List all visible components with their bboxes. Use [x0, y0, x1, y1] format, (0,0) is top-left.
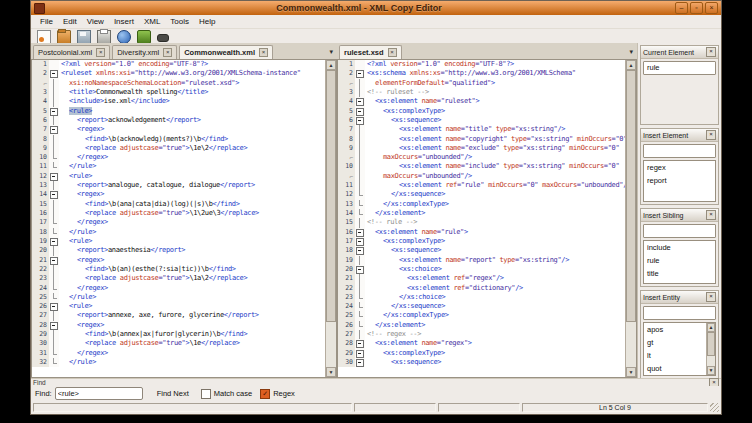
code-text[interactable]: maxOccurs="unbounded"/>	[365, 153, 625, 162]
code-text[interactable]: <!-- regex -->	[365, 330, 625, 339]
code-text[interactable]: maxOccurs="unbounded"/>	[365, 172, 625, 181]
menu-view[interactable]: View	[82, 17, 109, 26]
code-text[interactable]: <regex>	[59, 125, 325, 134]
code-text[interactable]: <report>acknowledgement</report>	[59, 116, 325, 125]
match-case-option[interactable]: Match case	[201, 389, 252, 399]
tab-close-icon[interactable]: ×	[259, 48, 268, 57]
fold-toggle-icon[interactable]	[355, 339, 365, 348]
fold-toggle-icon[interactable]	[355, 237, 365, 246]
print-icon[interactable]	[97, 30, 111, 44]
code-text[interactable]: <rule>	[59, 172, 325, 181]
tab-close-icon[interactable]: ×	[96, 48, 105, 57]
code-text[interactable]: <xs:choice>	[365, 265, 625, 274]
minimize-button[interactable]: –	[675, 2, 688, 14]
open-folder-icon[interactable]	[57, 30, 71, 44]
fold-toggle-icon[interactable]	[49, 302, 59, 311]
fold-toggle-icon[interactable]	[49, 321, 59, 330]
code-text[interactable]: </rule>	[59, 162, 325, 171]
scroll-thumb[interactable]	[626, 70, 636, 322]
code-text[interactable]: <regex>	[59, 256, 325, 265]
panel-close-icon[interactable]: ×	[706, 292, 716, 302]
code-text[interactable]: </xs:element>	[365, 321, 625, 330]
menu-xml[interactable]: XML	[139, 17, 165, 26]
menu-insert[interactable]: Insert	[109, 17, 139, 26]
code-text[interactable]: <regex>	[59, 321, 325, 330]
left-editor-scrollbar[interactable]: ▲ ▼	[325, 60, 336, 377]
code-text[interactable]: <xs:complexType>	[365, 107, 625, 116]
xsd-editor-text[interactable]: 1<?xml version="1.0" encoding="UTF-8"?>2…	[338, 60, 625, 377]
fold-toggle-icon[interactable]	[355, 228, 365, 237]
code-text[interactable]: <xs:element name="regex">	[365, 339, 625, 348]
save-icon[interactable]	[77, 30, 91, 44]
menu-edit[interactable]: Edit	[58, 17, 82, 26]
code-text[interactable]: </regex>	[59, 349, 325, 358]
code-text[interactable]: <find>\b(ana|cata|dia)(log)(|s)\b</find>	[59, 200, 325, 209]
list-item[interactable]: rule	[644, 254, 715, 267]
code-text[interactable]: elementFormDefault="qualified">	[365, 79, 625, 88]
tab-diversity.xml[interactable]: Diversity.xml×	[112, 45, 177, 59]
code-text[interactable]: <xs:element name="rule">	[365, 228, 625, 237]
list-item[interactable]: quot	[644, 362, 715, 375]
code-text[interactable]: xsi:noNamespaceSchemaLocation="ruleset.x…	[59, 79, 325, 88]
scroll-down-icon[interactable]: ▼	[626, 367, 636, 377]
resize-grip[interactable]	[710, 403, 719, 412]
fold-toggle-icon[interactable]	[49, 256, 59, 265]
code-text[interactable]: <xs:element ref="rule" minOccurs="0" max…	[365, 181, 625, 190]
fold-toggle-icon[interactable]	[49, 237, 59, 246]
scroll-down-icon[interactable]: ▼	[326, 367, 336, 377]
scroll-down-icon[interactable]: ▼	[707, 366, 715, 375]
panel-close-icon[interactable]: ×	[706, 130, 716, 140]
code-text[interactable]: <report>analogue, catalogue, dialogue</r…	[59, 181, 325, 190]
fold-toggle-icon[interactable]	[355, 246, 365, 255]
code-text[interactable]: <xs:element name="exclude" type="xs:stri…	[365, 144, 625, 153]
menu-help[interactable]: Help	[194, 17, 220, 26]
right-editor-scrollbar[interactable]: ▲ ▼	[625, 60, 636, 377]
list-item[interactable]: title	[644, 267, 715, 280]
tab-list-dropdown-icon[interactable]: ▾	[329, 48, 333, 56]
code-text[interactable]: </rule>	[59, 293, 325, 302]
code-text[interactable]: <!-- ruleset -->	[365, 88, 625, 97]
code-text[interactable]: <replace adjustcase="true">\1\2ue\3</rep…	[59, 209, 325, 218]
fold-toggle-icon[interactable]	[49, 107, 59, 116]
scroll-thumb[interactable]	[326, 70, 336, 322]
find-next-button[interactable]: Find Next	[157, 389, 189, 398]
tab-list-dropdown-icon[interactable]: ▾	[629, 48, 633, 56]
tab-postcolonial.xml[interactable]: Postcolonial.xml×	[33, 45, 110, 59]
fold-toggle-icon[interactable]	[49, 190, 59, 199]
list-item[interactable]: regex	[644, 161, 715, 174]
xml-editor-text[interactable]: 1<?xml version="1.0" encoding="UTF-8"?>2…	[32, 60, 325, 377]
regex-checkbox[interactable]: ✓	[260, 389, 270, 399]
code-text[interactable]: </regex>	[59, 153, 325, 162]
code-text[interactable]: <xs:complexType>	[365, 237, 625, 246]
insert-entity-input[interactable]	[643, 306, 716, 320]
list-scrollbar[interactable]: ▲▼	[706, 323, 715, 375]
list-item[interactable]: include	[644, 241, 715, 254]
fold-toggle-icon[interactable]	[49, 172, 59, 181]
menu-tools[interactable]: Tools	[165, 17, 194, 26]
code-text[interactable]: <xs:element name="copyright" type="xs:st…	[365, 135, 625, 144]
maximize-button[interactable]: ▫	[690, 2, 703, 14]
list-item[interactable]: gt	[644, 336, 715, 349]
code-text[interactable]: <include>ise.xml</include>	[59, 97, 325, 106]
list-item[interactable]: lt	[644, 349, 715, 362]
title-bar[interactable]: Commonwealth.xml - XML Copy Editor – ▫ ×	[31, 1, 721, 15]
code-text[interactable]: <find>\b(acknowledg)(ments?)\b</find>	[59, 135, 325, 144]
code-text[interactable]: </xs:sequence>	[365, 190, 625, 199]
fold-toggle-icon[interactable]	[355, 97, 365, 106]
code-text[interactable]: <rule>	[59, 107, 325, 116]
code-text[interactable]: <replace adjustcase="true">\1e</replace>	[59, 339, 325, 348]
panel-close-icon[interactable]: ×	[706, 47, 716, 57]
browser-preview-icon[interactable]	[117, 30, 131, 44]
panel-close-icon[interactable]: ×	[706, 210, 716, 220]
fold-toggle-icon[interactable]	[355, 116, 365, 125]
code-text[interactable]: </rule>	[59, 358, 325, 367]
code-text[interactable]: <xs:element name="report" type="xs:strin…	[365, 256, 625, 265]
tab-close-icon[interactable]: ×	[388, 48, 397, 57]
insert-sibling-input[interactable]	[643, 224, 716, 238]
current-element-input[interactable]: rule	[643, 61, 716, 75]
code-text[interactable]: <xs:element ref="dictionary"/>	[365, 284, 625, 293]
code-text[interactable]: <regex>	[59, 190, 325, 199]
insert-element-input[interactable]	[643, 144, 716, 158]
fold-toggle-icon[interactable]	[355, 69, 365, 78]
code-text[interactable]: <title>Commonwealth spelling</title>	[59, 88, 325, 97]
